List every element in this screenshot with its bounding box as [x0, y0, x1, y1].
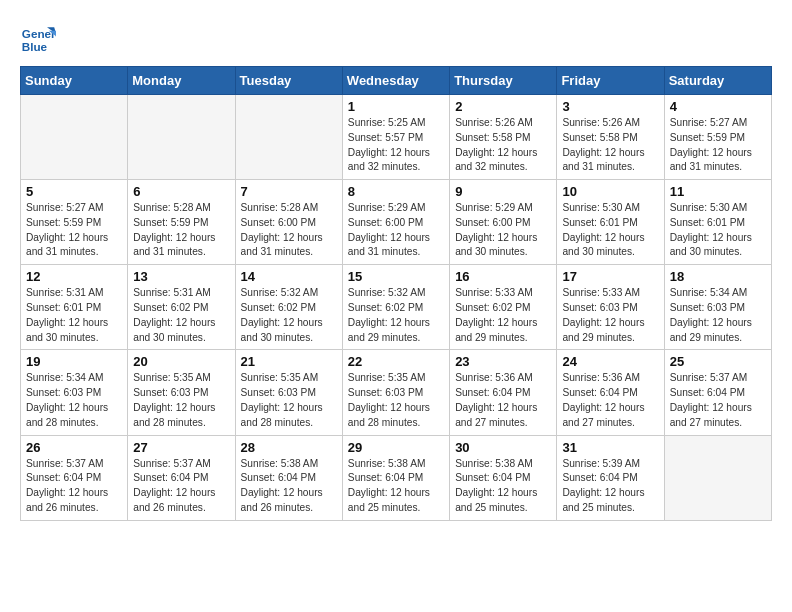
weekday-header-friday: Friday	[557, 67, 664, 95]
day-number: 8	[348, 184, 444, 199]
calendar-cell: 4Sunrise: 5:27 AM Sunset: 5:59 PM Daylig…	[664, 95, 771, 180]
calendar-cell: 7Sunrise: 5:28 AM Sunset: 6:00 PM Daylig…	[235, 180, 342, 265]
calendar-cell: 26Sunrise: 5:37 AM Sunset: 6:04 PM Dayli…	[21, 435, 128, 520]
day-info: Sunrise: 5:37 AM Sunset: 6:04 PM Dayligh…	[670, 371, 766, 430]
calendar-cell: 21Sunrise: 5:35 AM Sunset: 6:03 PM Dayli…	[235, 350, 342, 435]
calendar-cell: 31Sunrise: 5:39 AM Sunset: 6:04 PM Dayli…	[557, 435, 664, 520]
day-info: Sunrise: 5:30 AM Sunset: 6:01 PM Dayligh…	[670, 201, 766, 260]
day-info: Sunrise: 5:26 AM Sunset: 5:58 PM Dayligh…	[455, 116, 551, 175]
day-info: Sunrise: 5:29 AM Sunset: 6:00 PM Dayligh…	[348, 201, 444, 260]
calendar-cell: 17Sunrise: 5:33 AM Sunset: 6:03 PM Dayli…	[557, 265, 664, 350]
weekday-row: SundayMondayTuesdayWednesdayThursdayFrid…	[21, 67, 772, 95]
calendar-week-1: 5Sunrise: 5:27 AM Sunset: 5:59 PM Daylig…	[21, 180, 772, 265]
calendar-cell: 25Sunrise: 5:37 AM Sunset: 6:04 PM Dayli…	[664, 350, 771, 435]
weekday-header-thursday: Thursday	[450, 67, 557, 95]
calendar-cell: 3Sunrise: 5:26 AM Sunset: 5:58 PM Daylig…	[557, 95, 664, 180]
day-info: Sunrise: 5:28 AM Sunset: 6:00 PM Dayligh…	[241, 201, 337, 260]
calendar-header: SundayMondayTuesdayWednesdayThursdayFrid…	[21, 67, 772, 95]
logo: General Blue	[20, 20, 62, 56]
calendar-cell: 5Sunrise: 5:27 AM Sunset: 5:59 PM Daylig…	[21, 180, 128, 265]
calendar-cell	[235, 95, 342, 180]
weekday-header-sunday: Sunday	[21, 67, 128, 95]
day-number: 30	[455, 440, 551, 455]
calendar-week-2: 12Sunrise: 5:31 AM Sunset: 6:01 PM Dayli…	[21, 265, 772, 350]
calendar-cell: 23Sunrise: 5:36 AM Sunset: 6:04 PM Dayli…	[450, 350, 557, 435]
calendar-table: SundayMondayTuesdayWednesdayThursdayFrid…	[20, 66, 772, 521]
day-info: Sunrise: 5:36 AM Sunset: 6:04 PM Dayligh…	[455, 371, 551, 430]
day-info: Sunrise: 5:35 AM Sunset: 6:03 PM Dayligh…	[348, 371, 444, 430]
day-number: 19	[26, 354, 122, 369]
day-number: 1	[348, 99, 444, 114]
day-number: 7	[241, 184, 337, 199]
day-number: 13	[133, 269, 229, 284]
day-info: Sunrise: 5:35 AM Sunset: 6:03 PM Dayligh…	[241, 371, 337, 430]
calendar-cell: 20Sunrise: 5:35 AM Sunset: 6:03 PM Dayli…	[128, 350, 235, 435]
calendar-cell: 1Sunrise: 5:25 AM Sunset: 5:57 PM Daylig…	[342, 95, 449, 180]
day-number: 17	[562, 269, 658, 284]
day-info: Sunrise: 5:31 AM Sunset: 6:01 PM Dayligh…	[26, 286, 122, 345]
calendar-cell: 11Sunrise: 5:30 AM Sunset: 6:01 PM Dayli…	[664, 180, 771, 265]
day-number: 22	[348, 354, 444, 369]
day-info: Sunrise: 5:38 AM Sunset: 6:04 PM Dayligh…	[455, 457, 551, 516]
day-number: 10	[562, 184, 658, 199]
day-number: 31	[562, 440, 658, 455]
day-info: Sunrise: 5:32 AM Sunset: 6:02 PM Dayligh…	[348, 286, 444, 345]
day-number: 15	[348, 269, 444, 284]
calendar-cell: 2Sunrise: 5:26 AM Sunset: 5:58 PM Daylig…	[450, 95, 557, 180]
day-number: 26	[26, 440, 122, 455]
day-number: 12	[26, 269, 122, 284]
calendar-week-4: 26Sunrise: 5:37 AM Sunset: 6:04 PM Dayli…	[21, 435, 772, 520]
calendar-cell: 28Sunrise: 5:38 AM Sunset: 6:04 PM Dayli…	[235, 435, 342, 520]
calendar-cell: 27Sunrise: 5:37 AM Sunset: 6:04 PM Dayli…	[128, 435, 235, 520]
calendar-cell: 6Sunrise: 5:28 AM Sunset: 5:59 PM Daylig…	[128, 180, 235, 265]
calendar-cell: 29Sunrise: 5:38 AM Sunset: 6:04 PM Dayli…	[342, 435, 449, 520]
page-header: General Blue	[20, 20, 772, 56]
day-info: Sunrise: 5:35 AM Sunset: 6:03 PM Dayligh…	[133, 371, 229, 430]
weekday-header-tuesday: Tuesday	[235, 67, 342, 95]
calendar-cell	[21, 95, 128, 180]
day-info: Sunrise: 5:29 AM Sunset: 6:00 PM Dayligh…	[455, 201, 551, 260]
calendar-cell: 18Sunrise: 5:34 AM Sunset: 6:03 PM Dayli…	[664, 265, 771, 350]
calendar-cell: 12Sunrise: 5:31 AM Sunset: 6:01 PM Dayli…	[21, 265, 128, 350]
weekday-header-monday: Monday	[128, 67, 235, 95]
calendar-cell: 10Sunrise: 5:30 AM Sunset: 6:01 PM Dayli…	[557, 180, 664, 265]
day-info: Sunrise: 5:28 AM Sunset: 5:59 PM Dayligh…	[133, 201, 229, 260]
weekday-header-saturday: Saturday	[664, 67, 771, 95]
calendar-cell: 30Sunrise: 5:38 AM Sunset: 6:04 PM Dayli…	[450, 435, 557, 520]
day-info: Sunrise: 5:38 AM Sunset: 6:04 PM Dayligh…	[241, 457, 337, 516]
calendar-cell: 14Sunrise: 5:32 AM Sunset: 6:02 PM Dayli…	[235, 265, 342, 350]
day-info: Sunrise: 5:36 AM Sunset: 6:04 PM Dayligh…	[562, 371, 658, 430]
calendar-cell: 13Sunrise: 5:31 AM Sunset: 6:02 PM Dayli…	[128, 265, 235, 350]
day-number: 16	[455, 269, 551, 284]
calendar-cell: 19Sunrise: 5:34 AM Sunset: 6:03 PM Dayli…	[21, 350, 128, 435]
svg-text:Blue: Blue	[22, 40, 48, 53]
day-number: 5	[26, 184, 122, 199]
day-number: 28	[241, 440, 337, 455]
day-info: Sunrise: 5:31 AM Sunset: 6:02 PM Dayligh…	[133, 286, 229, 345]
day-number: 25	[670, 354, 766, 369]
calendar-cell: 22Sunrise: 5:35 AM Sunset: 6:03 PM Dayli…	[342, 350, 449, 435]
day-number: 18	[670, 269, 766, 284]
day-info: Sunrise: 5:25 AM Sunset: 5:57 PM Dayligh…	[348, 116, 444, 175]
weekday-header-wednesday: Wednesday	[342, 67, 449, 95]
day-info: Sunrise: 5:34 AM Sunset: 6:03 PM Dayligh…	[670, 286, 766, 345]
day-info: Sunrise: 5:37 AM Sunset: 6:04 PM Dayligh…	[133, 457, 229, 516]
day-info: Sunrise: 5:32 AM Sunset: 6:02 PM Dayligh…	[241, 286, 337, 345]
day-number: 23	[455, 354, 551, 369]
calendar-cell: 16Sunrise: 5:33 AM Sunset: 6:02 PM Dayli…	[450, 265, 557, 350]
calendar-cell: 8Sunrise: 5:29 AM Sunset: 6:00 PM Daylig…	[342, 180, 449, 265]
calendar-cell: 9Sunrise: 5:29 AM Sunset: 6:00 PM Daylig…	[450, 180, 557, 265]
day-info: Sunrise: 5:39 AM Sunset: 6:04 PM Dayligh…	[562, 457, 658, 516]
day-number: 4	[670, 99, 766, 114]
day-number: 21	[241, 354, 337, 369]
day-number: 14	[241, 269, 337, 284]
calendar-cell	[664, 435, 771, 520]
day-number: 9	[455, 184, 551, 199]
day-number: 27	[133, 440, 229, 455]
day-number: 24	[562, 354, 658, 369]
day-info: Sunrise: 5:33 AM Sunset: 6:02 PM Dayligh…	[455, 286, 551, 345]
day-info: Sunrise: 5:37 AM Sunset: 6:04 PM Dayligh…	[26, 457, 122, 516]
calendar-cell: 15Sunrise: 5:32 AM Sunset: 6:02 PM Dayli…	[342, 265, 449, 350]
logo-icon: General Blue	[20, 20, 56, 56]
day-number: 11	[670, 184, 766, 199]
